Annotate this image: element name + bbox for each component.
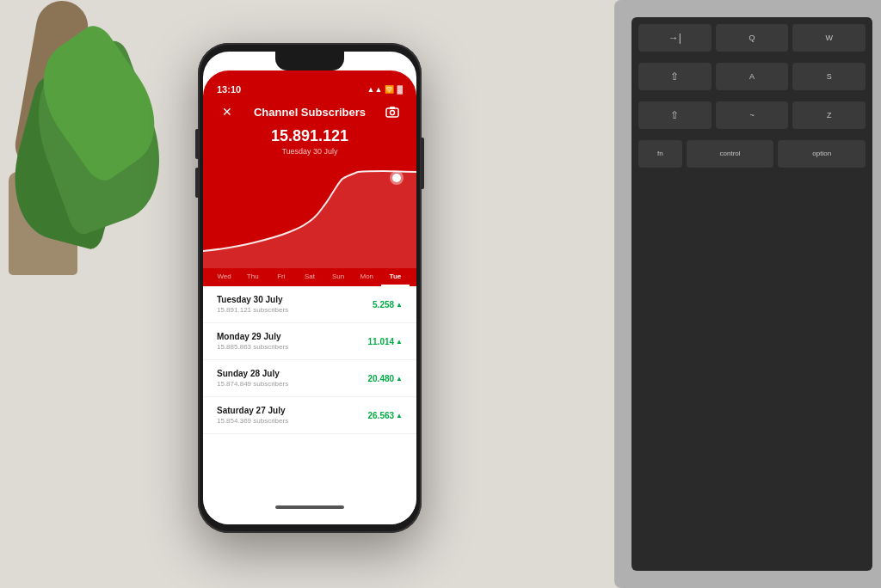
camera-button[interactable] bbox=[382, 101, 403, 122]
phone-notch bbox=[275, 52, 344, 70]
stat-value-3: 26.563 bbox=[367, 411, 394, 420]
stats-list: Tuesday 30 July 15.891.121 subscribers 5… bbox=[203, 286, 416, 434]
stat-value-2: 20.480 bbox=[367, 374, 394, 383]
laptop-keyboard: →| Q W ⇧ A S ⇧ ~ Z fn control option bbox=[614, 0, 881, 588]
status-bar: 13:10 ▲▲ 🛜 ▓ bbox=[203, 81, 416, 98]
battery-icon: ▓ bbox=[397, 85, 403, 94]
key-z[interactable]: Z bbox=[792, 101, 866, 129]
key-shift-left[interactable]: ⇧ bbox=[638, 101, 712, 129]
stat-value-1: 11.014 bbox=[367, 337, 394, 346]
svg-rect-2 bbox=[390, 107, 395, 109]
stat-subs-3: 15.854.369 subscribers bbox=[217, 417, 288, 425]
stat-arrow-0: ▲ bbox=[396, 301, 403, 309]
key-option[interactable]: option bbox=[778, 140, 866, 168]
subscriber-date: Tuesday 30 July bbox=[203, 147, 416, 156]
stat-item-3[interactable]: Saturday 27 July 15.854.369 subscribers … bbox=[203, 397, 416, 434]
stat-subs-1: 15.885.863 subscribers bbox=[217, 343, 288, 351]
app-header: 13:10 ▲▲ 🛜 ▓ ✕ Channel Subscribers bbox=[203, 70, 416, 268]
stat-date-1: Monday 29 July bbox=[217, 332, 288, 341]
stat-subs-2: 15.874.849 subscribers bbox=[217, 380, 288, 388]
svg-point-1 bbox=[390, 111, 394, 115]
volume-up-button[interactable] bbox=[195, 129, 199, 159]
tab-fri[interactable]: Fri bbox=[267, 268, 295, 286]
stat-item-1[interactable]: Monday 29 July 15.885.863 subscribers 11… bbox=[203, 323, 416, 360]
home-bar bbox=[275, 505, 344, 509]
stat-subs-0: 15.891.121 subscribers bbox=[217, 306, 288, 314]
tab-sat[interactable]: Sat bbox=[295, 268, 323, 286]
stat-item-0[interactable]: Tuesday 30 July 15.891.121 subscribers 5… bbox=[203, 286, 416, 323]
wifi-icon: 🛜 bbox=[385, 85, 394, 94]
phone: 13:10 ▲▲ 🛜 ▓ ✕ Channel Subscribers bbox=[198, 43, 422, 533]
volume-down-button[interactable] bbox=[195, 168, 199, 198]
nav-bar: ✕ Channel Subscribers bbox=[203, 98, 416, 126]
key-control[interactable]: control bbox=[687, 140, 774, 168]
content-area: Wed Thu Fri Sat Sun Mon Tue Tuesday 30 J… bbox=[203, 268, 416, 524]
stat-date-0: Tuesday 30 July bbox=[217, 295, 288, 304]
phone-screen: 13:10 ▲▲ 🛜 ▓ ✕ Channel Subscribers bbox=[203, 52, 416, 524]
key-a[interactable]: A bbox=[716, 63, 789, 90]
status-icons: ▲▲ 🛜 ▓ bbox=[367, 85, 403, 94]
close-button[interactable]: ✕ bbox=[217, 101, 237, 122]
tab-thu[interactable]: Thu bbox=[238, 268, 267, 286]
tab-mon[interactable]: Mon bbox=[353, 268, 381, 286]
side-button[interactable] bbox=[421, 138, 424, 189]
plant-decoration bbox=[0, 0, 181, 275]
tab-sun[interactable]: Sun bbox=[324, 268, 353, 286]
chart-dot bbox=[392, 174, 401, 182]
key-q[interactable]: Q bbox=[716, 24, 789, 52]
key-backtick[interactable]: ~ bbox=[716, 101, 789, 129]
chart-area bbox=[203, 165, 416, 268]
tab-tue[interactable]: Tue bbox=[381, 268, 410, 286]
signal-icon: ▲▲ bbox=[367, 85, 383, 94]
stat-arrow-2: ▲ bbox=[396, 375, 403, 383]
key-fn[interactable]: fn bbox=[638, 140, 682, 168]
stat-date-2: Sunday 28 July bbox=[217, 369, 288, 378]
screen-title: Channel Subscribers bbox=[254, 106, 366, 119]
day-tabs: Wed Thu Fri Sat Sun Mon Tue bbox=[203, 268, 416, 286]
key-w[interactable]: W bbox=[792, 24, 866, 52]
tab-wed[interactable]: Wed bbox=[210, 268, 238, 286]
subscriber-count: 15.891.121 bbox=[203, 127, 416, 145]
stat-date-3: Saturday 27 July bbox=[217, 406, 288, 415]
key-capslock[interactable]: ⇧ bbox=[638, 63, 712, 90]
stat-arrow-1: ▲ bbox=[396, 338, 403, 346]
key-tab[interactable]: →| bbox=[638, 24, 712, 52]
stat-value-0: 5.258 bbox=[373, 300, 394, 309]
key-s[interactable]: S bbox=[792, 63, 866, 90]
svg-rect-0 bbox=[386, 108, 398, 117]
stat-item-2[interactable]: Sunday 28 July 15.874.849 subscribers 20… bbox=[203, 360, 416, 397]
status-time: 13:10 bbox=[217, 84, 241, 95]
stat-arrow-3: ▲ bbox=[396, 412, 403, 420]
